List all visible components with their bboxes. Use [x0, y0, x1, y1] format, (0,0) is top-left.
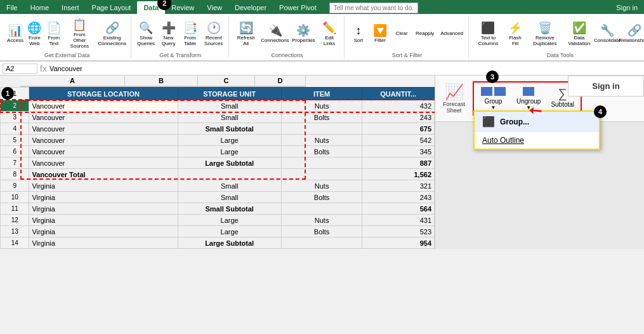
- tab-page-layout[interactable]: Page Layout: [86, 1, 138, 14]
- cell-8b[interactable]: [178, 169, 281, 180]
- btn-outline-group[interactable]: Group ▼: [476, 85, 510, 112]
- cell-4b[interactable]: Small Subtotal: [178, 123, 281, 135]
- btn-data-validation[interactable]: ✅ Data Validation: [565, 19, 594, 48]
- tab-file[interactable]: File: [0, 1, 24, 14]
- cell-11d[interactable]: 564: [362, 203, 435, 215]
- sign-in-btn[interactable]: Sign in: [610, 1, 644, 14]
- cell-11a[interactable]: Virginia: [29, 203, 178, 215]
- cell-9d[interactable]: 321: [362, 180, 435, 192]
- btn-recent-sources[interactable]: 🕐 Recent Sources: [202, 19, 226, 48]
- cell-14b[interactable]: Large Subtotal: [178, 237, 281, 249]
- btn-from-text[interactable]: 📄 From Text: [45, 19, 63, 48]
- cell-3a[interactable]: Vancouver: [29, 112, 178, 123]
- header-quantity: QUANTIT...: [362, 88, 435, 100]
- cell-3d[interactable]: 243: [362, 112, 435, 123]
- cell-7b[interactable]: Large Subtotal: [178, 157, 281, 169]
- cell-4a[interactable]: Vancouver: [29, 123, 178, 135]
- cell-6d[interactable]: 345: [362, 146, 435, 157]
- btn-advanced[interactable]: Advanced: [438, 29, 466, 38]
- tab-home[interactable]: Home: [24, 1, 55, 14]
- btn-new-query[interactable]: ➕ New Query: [159, 19, 179, 48]
- btn-flash-fill[interactable]: ⚡ Flash Fill: [505, 19, 525, 48]
- btn-existing-connections[interactable]: 🔗 Existing Connections: [96, 19, 128, 48]
- cell-9c[interactable]: Nuts: [281, 180, 362, 192]
- cell-10a[interactable]: Virginia: [29, 192, 178, 203]
- btn-access[interactable]: 📊 Access: [6, 22, 24, 45]
- btn-relationships[interactable]: 🔗 Relationships: [621, 22, 644, 45]
- cell-13b[interactable]: Large: [178, 226, 281, 237]
- cell-3b[interactable]: Small: [178, 112, 281, 123]
- tab-developer[interactable]: Developer: [228, 1, 273, 14]
- formula-input[interactable]: [49, 65, 641, 72]
- row-num-11: 11: [1, 203, 29, 215]
- cell-2c[interactable]: Nuts: [281, 100, 362, 112]
- cell-5b[interactable]: Large: [178, 135, 281, 146]
- cell-10b[interactable]: Small: [178, 192, 281, 203]
- cell-8a[interactable]: Vancouver Total: [29, 169, 178, 180]
- cell-8c[interactable]: [281, 169, 362, 180]
- cell-13c[interactable]: Bolts: [281, 226, 362, 237]
- btn-consolidate[interactable]: 🔧 Consolidate: [595, 22, 619, 45]
- btn-remove-duplicates[interactable]: 🗑️ Remove Duplicates: [527, 19, 563, 48]
- step1-circle: 1: [1, 87, 14, 100]
- btn-clear[interactable]: Clear: [391, 29, 412, 38]
- cell-7c[interactable]: [281, 157, 362, 169]
- btn-text-to-columns[interactable]: ⬛ Text to Columns: [473, 19, 504, 48]
- cell-12b[interactable]: Large: [178, 215, 281, 226]
- cell-12d[interactable]: 431: [362, 215, 435, 226]
- ribbon-body: 📊 Access 🌐 From Web 📄 From Text 📋 From O…: [0, 14, 644, 62]
- cell-14c[interactable]: [281, 237, 362, 249]
- cell-12a[interactable]: Virginia: [29, 215, 178, 226]
- btn-from-table[interactable]: 📑 From Table: [180, 19, 200, 48]
- group-menu-icon: ⬛: [482, 116, 495, 128]
- row-num-9: 9: [1, 180, 29, 192]
- cell-12c[interactable]: Nuts: [281, 215, 362, 226]
- cell-6a[interactable]: Vancouver: [29, 146, 178, 157]
- cell-5c[interactable]: Nuts: [281, 135, 362, 146]
- cell-9a[interactable]: Virginia: [29, 180, 178, 192]
- btn-reapply[interactable]: Reapply: [413, 29, 437, 38]
- cell-2d[interactable]: 432: [362, 100, 435, 112]
- cell-4d[interactable]: 675: [362, 123, 435, 135]
- btn-show-queries[interactable]: 🔍 Show Queries: [135, 19, 157, 48]
- cell-14d[interactable]: 954: [362, 237, 435, 249]
- btn-sort[interactable]: ↕️ Sort: [348, 22, 369, 45]
- col-header-d: D: [255, 76, 306, 87]
- data-table: 1 STORAGE LOCATION STORAGE UNIT ITEM QUA…: [0, 87, 435, 249]
- cell-3c[interactable]: Bolts: [281, 112, 362, 123]
- btn-from-web[interactable]: 🌐 From Web: [25, 19, 44, 48]
- cell-10d[interactable]: 243: [362, 192, 435, 203]
- cell-8d[interactable]: 1,562: [362, 169, 435, 180]
- tab-power-pivot[interactable]: Power Pivot: [273, 1, 323, 14]
- search-box[interactable]: [329, 1, 418, 14]
- cell-5d[interactable]: 542: [362, 135, 435, 146]
- tab-view[interactable]: View: [200, 1, 228, 14]
- cell-6c[interactable]: Bolts: [281, 146, 362, 157]
- btn-properties[interactable]: ⚙️ Properties: [291, 22, 316, 45]
- btn-connections[interactable]: 🔌 Connections: [260, 22, 289, 45]
- btn-filter[interactable]: 🔽 Filter: [370, 22, 390, 45]
- cell-6b[interactable]: Large: [178, 146, 281, 157]
- cell-11c[interactable]: [281, 203, 362, 215]
- cell-2b[interactable]: Small: [178, 100, 281, 112]
- cell-13d[interactable]: 523: [362, 226, 435, 237]
- cell-2a[interactable]: Vancouver: [29, 100, 178, 112]
- cell-14a[interactable]: Virginia: [29, 237, 178, 249]
- btn-from-other-sources[interactable]: 📋 From Other Sources: [64, 16, 95, 51]
- col-header-c: C: [198, 76, 255, 87]
- cell-10c[interactable]: Bolts: [281, 192, 362, 203]
- cell-7a[interactable]: Vancouver: [29, 157, 178, 169]
- cell-5a[interactable]: Vancouver: [29, 135, 178, 146]
- cell-4c[interactable]: [281, 123, 362, 135]
- cell-13a[interactable]: Virginia: [29, 226, 178, 237]
- cell-11b[interactable]: Small Subtotal: [178, 203, 281, 215]
- dropdown-item-auto-outline[interactable]: Auto Outline: [475, 132, 599, 149]
- cell-7d[interactable]: 887: [362, 157, 435, 169]
- btn-edit-links[interactable]: ✏️ Edit Links: [317, 19, 341, 48]
- table-row: 3 Vancouver Small Bolts 243: [1, 112, 435, 123]
- tab-insert[interactable]: Insert: [55, 1, 86, 14]
- cell-ref-input[interactable]: [3, 63, 37, 74]
- cell-9b[interactable]: Small: [178, 180, 281, 192]
- btn-refresh-all[interactable]: 🔄 Refresh All: [233, 19, 259, 48]
- tab-data[interactable]: Data 2: [137, 1, 165, 14]
